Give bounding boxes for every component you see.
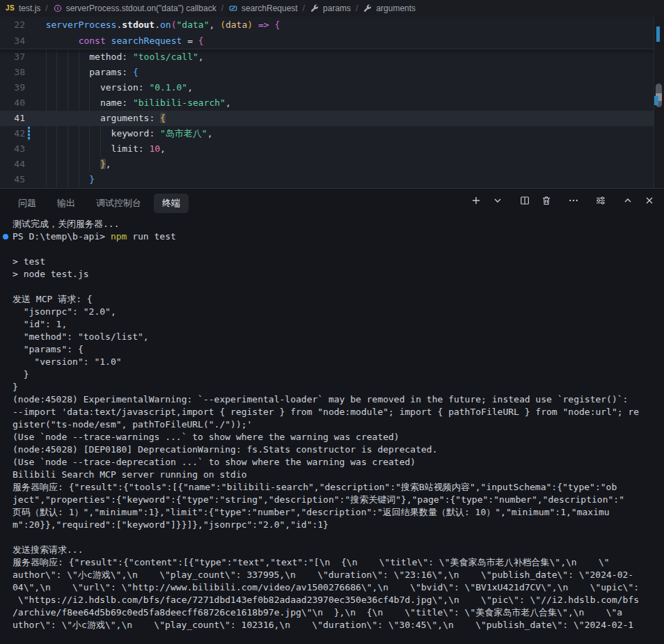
variable-icon bbox=[228, 3, 238, 13]
line-number: 39 bbox=[0, 80, 25, 95]
line-number: 45 bbox=[0, 172, 25, 187]
code-line-44[interactable]: 44 }, bbox=[0, 157, 664, 172]
sliders-icon bbox=[595, 195, 606, 206]
command-decoration-dot[interactable] bbox=[3, 234, 8, 239]
panel-options-button[interactable] bbox=[594, 194, 607, 207]
terminal-line: 发送搜索请求... bbox=[0, 544, 664, 556]
terminal-line: 服务器响应: {"result":{"tools":[{"name":"bili… bbox=[0, 481, 664, 494]
code-text: method: "tools/call", bbox=[35, 49, 204, 65]
terminal-line bbox=[0, 281, 664, 293]
terminal-line: gister("ts-node/esm", pathToFileURL("./"… bbox=[0, 418, 664, 431]
breadcrumb: JStest.js/serverProcess.stdout.on("data"… bbox=[0, 0, 664, 17]
bottom-panel: 问题输出调试控制台终端 测试完成，关闭服务器...PS D:\temp\b-ap… bbox=[0, 188, 664, 644]
trash-icon bbox=[541, 195, 552, 206]
breadcrumb-label: params bbox=[323, 3, 351, 13]
terminal-line: m":20}},"required":["keyword"]}}]},"json… bbox=[0, 519, 664, 531]
code-body: 37 method: "tools/call",38 params: {39 v… bbox=[0, 49, 664, 187]
editor-scrollbar[interactable] bbox=[654, 17, 664, 188]
vscode-window: { "breadcrumb": { "items": [ {"icon": "j… bbox=[0, 0, 664, 644]
terminal-line: 服务器响应: {"result":{"content":[{"type":"te… bbox=[0, 556, 664, 569]
line-number: 37 bbox=[0, 49, 25, 65]
line-number: 43 bbox=[0, 141, 25, 157]
terminal-line: > node test.js bbox=[0, 268, 664, 281]
terminal-line: > test bbox=[0, 256, 664, 268]
line-number: 44 bbox=[0, 157, 25, 172]
breadcrumb-item-file-testjs[interactable]: JStest.js bbox=[6, 3, 40, 13]
code-line-40[interactable]: 40 name: "bilibili-search", bbox=[0, 95, 664, 111]
terminal-line: Bilibili Search MCP server running on st… bbox=[0, 469, 664, 481]
breadcrumb-label: serverProcess.stdout.on("data") callback bbox=[66, 3, 216, 13]
terminal-line: "jsonrpc": "2.0", bbox=[0, 306, 664, 318]
code-line-22[interactable]: 22 serverProcess.stdout.on("data", (data… bbox=[0, 17, 664, 33]
breadcrumb-separator: / bbox=[303, 3, 305, 13]
breadcrumb-item-symbol-callback[interactable]: serverProcess.stdout.on("data") callback bbox=[53, 3, 216, 13]
terminal-line bbox=[0, 531, 664, 544]
line-number: 40 bbox=[0, 95, 25, 111]
terminal-line: --import 'data:text/javascript,import { … bbox=[0, 406, 664, 418]
overview-modified-marker-2 bbox=[654, 96, 658, 105]
code-line-37[interactable]: 37 method: "tools/call", bbox=[0, 49, 664, 65]
terminal-line: ject","properties":{"keyword":{"type":"s… bbox=[0, 494, 664, 506]
new-terminal-button[interactable] bbox=[470, 194, 482, 207]
terminal-line: uthor\": \"小c游戏\",\n \"play_count\": 102… bbox=[0, 619, 664, 631]
terminal-line: } bbox=[0, 381, 664, 393]
breadcrumb-separator: / bbox=[45, 3, 47, 13]
terminal-line: 测试完成，关闭服务器... bbox=[0, 218, 664, 230]
more-actions-button[interactable] bbox=[567, 194, 580, 207]
code-text: const searchRequest = { bbox=[35, 33, 204, 49]
plus-icon bbox=[471, 195, 482, 206]
terminal-line: (node:45028) [DEP0180] DeprecationWarnin… bbox=[0, 443, 664, 456]
tab-output[interactable]: 输出 bbox=[49, 194, 84, 213]
code-text: params: { bbox=[35, 65, 139, 80]
split-icon bbox=[519, 195, 530, 206]
terminal-launch-dropdown[interactable] bbox=[491, 194, 504, 207]
git-modified-gutter-marker bbox=[28, 127, 30, 141]
code-line-38[interactable]: 38 params: { bbox=[0, 65, 664, 80]
code-editor[interactable]: 22 serverProcess.stdout.on("data", (data… bbox=[0, 17, 664, 188]
close-panel-button[interactable] bbox=[643, 194, 656, 207]
overview-modified-marker bbox=[656, 26, 660, 42]
code-text: keyword: "岛市老八", bbox=[35, 126, 213, 141]
terminal-line: /archive/f8ee64d5b69c0ed5fa8deecff68726c… bbox=[0, 606, 664, 619]
wrench-icon bbox=[310, 3, 319, 13]
breadcrumb-label: searchRequest bbox=[242, 3, 298, 13]
breadcrumb-label: test.js bbox=[19, 3, 40, 13]
code-text: arguments: { bbox=[35, 111, 166, 126]
code-text: name: "bilibili-search", bbox=[35, 95, 231, 111]
code-text: serverProcess.stdout.on("data", (data) =… bbox=[35, 17, 280, 33]
chevron-up-icon bbox=[622, 195, 633, 206]
split-terminal-button[interactable] bbox=[519, 194, 531, 207]
terminal-line: "version": "1.0" bbox=[0, 356, 664, 368]
code-text: }, bbox=[35, 157, 111, 172]
code-text: version: "0.1.0", bbox=[35, 80, 193, 95]
line-number: 41 bbox=[0, 111, 25, 126]
breadcrumb-item-symbol-params[interactable]: params bbox=[310, 3, 351, 13]
terminal-line: (Use `node --trace-warnings ...` to show… bbox=[0, 431, 664, 443]
breadcrumb-item-symbol-arguments[interactable]: arguments bbox=[363, 3, 416, 13]
terminal-line: } bbox=[0, 368, 664, 381]
tab-terminal[interactable]: 终端 bbox=[154, 194, 189, 213]
terminal-line: (Use `node --trace-deprecation ...` to s… bbox=[0, 456, 664, 469]
panel-action-bar bbox=[470, 194, 656, 207]
code-line-34[interactable]: 34 const searchRequest = { bbox=[0, 33, 664, 49]
line-number: 42 bbox=[0, 126, 25, 141]
maximize-panel-button[interactable] bbox=[622, 194, 634, 207]
terminal-output[interactable]: 测试完成，关闭服务器...PS D:\temp\b-api> npm run t… bbox=[0, 218, 664, 644]
kill-terminal-button[interactable] bbox=[540, 194, 553, 207]
line-number: 38 bbox=[0, 65, 25, 80]
code-line-41[interactable]: 41 arguments: { bbox=[0, 111, 664, 126]
js-icon: JS bbox=[6, 3, 15, 13]
tab-problems[interactable]: 问题 bbox=[10, 194, 45, 213]
code-text: } bbox=[35, 172, 95, 187]
terminal-line: author\": \"小c游戏\",\n \"play_count\": 33… bbox=[0, 569, 664, 581]
code-line-42[interactable]: 42 keyword: "岛市老八", bbox=[0, 126, 664, 141]
tab-debug-console[interactable]: 调试控制台 bbox=[88, 194, 150, 213]
code-line-39[interactable]: 39 version: "0.1.0", bbox=[0, 80, 664, 95]
ellipsis-icon bbox=[568, 195, 579, 206]
code-line-45[interactable]: 45 } bbox=[0, 172, 664, 187]
breadcrumb-label: arguments bbox=[376, 3, 416, 13]
breadcrumb-separator: / bbox=[221, 3, 223, 13]
code-line-43[interactable]: 43 limit: 10, bbox=[0, 141, 664, 157]
breadcrumb-item-symbol-searchrequest[interactable]: searchRequest bbox=[228, 3, 298, 13]
close-icon bbox=[644, 195, 655, 206]
